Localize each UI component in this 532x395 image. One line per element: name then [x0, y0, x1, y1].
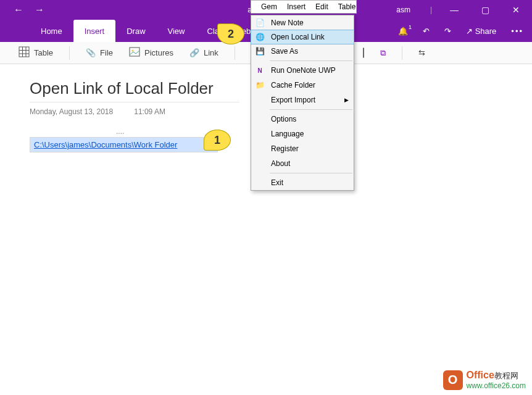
- tab-view[interactable]: View: [157, 20, 196, 42]
- ribbon-pictures[interactable]: Pictures: [129, 46, 173, 59]
- link-icon: 🔗: [189, 48, 199, 57]
- table-icon: [19, 46, 30, 59]
- menu-cache-folder[interactable]: 📁 Cache Folder: [251, 78, 354, 93]
- menu-options[interactable]: Options: [251, 112, 354, 127]
- gem-dropdown: 📄 New Note 🌐 Open Local Link 💾 Save As N…: [251, 15, 354, 191]
- gem-menu-insert[interactable]: Insert: [282, 1, 310, 12]
- share-button[interactable]: ↗ Share: [466, 27, 496, 36]
- ribbon-link[interactable]: 🔗 Link: [189, 48, 218, 57]
- separator: [69, 46, 70, 60]
- local-folder-link[interactable]: C:\Users\james\Documents\Work Folder: [30, 138, 217, 152]
- close-button[interactable]: ✕: [507, 5, 525, 15]
- menu-open-local-link[interactable]: 🌐 Open Local Link: [251, 30, 354, 44]
- menu-separator: [270, 60, 352, 61]
- maximize-button[interactable]: ▢: [476, 5, 494, 15]
- separator: [402, 46, 402, 60]
- sticker-icon[interactable]: [363, 48, 364, 57]
- gem-menu-gem[interactable]: Gem: [256, 1, 282, 12]
- menu-about[interactable]: About: [251, 156, 354, 171]
- tab-home[interactable]: Home: [30, 20, 73, 42]
- onenote-icon: N: [251, 67, 268, 74]
- page-title[interactable]: Open Link of Local Folder: [30, 79, 239, 102]
- menu-separator: [270, 109, 352, 110]
- divider: |: [430, 6, 432, 14]
- paperclip-icon: 📎: [86, 48, 96, 57]
- gem-menu-edit[interactable]: Edit: [310, 1, 333, 12]
- redo-icon[interactable]: ↷: [444, 27, 451, 36]
- menu-register[interactable]: Register: [251, 141, 354, 156]
- gem-menu-table[interactable]: Table: [333, 1, 361, 12]
- svg-rect-0: [19, 47, 29, 57]
- forward-arrow-icon[interactable]: →: [35, 4, 44, 15]
- new-note-icon: 📄: [251, 19, 268, 27]
- watermark-logo-icon: O: [443, 370, 463, 390]
- tab-insert[interactable]: Insert: [73, 20, 116, 42]
- user-name[interactable]: asm: [396, 6, 410, 14]
- equation-icon[interactable]: ⇆: [418, 48, 425, 57]
- undo-icon[interactable]: ↶: [423, 27, 430, 36]
- gem-menu-bar: Gem Insert Edit Table: [251, 0, 357, 14]
- page-date: Monday, August 13, 2018: [30, 107, 113, 116]
- minimize-button[interactable]: —: [446, 5, 463, 15]
- menu-export-import[interactable]: Export Import ▶: [251, 93, 354, 107]
- more-icon[interactable]: •••: [511, 27, 523, 36]
- menu-exit[interactable]: Exit: [251, 175, 354, 190]
- menu-separator: [270, 173, 352, 173]
- ribbon-table[interactable]: Table: [19, 46, 53, 59]
- menu-run-onenote-uwp[interactable]: N Run OneNote UWP: [251, 63, 354, 78]
- back-arrow-icon[interactable]: ←: [14, 4, 23, 15]
- separator: [235, 46, 235, 60]
- save-icon: 💾: [251, 47, 268, 56]
- globe-link-icon: 🌐: [251, 33, 268, 41]
- copy-icon[interactable]: ⧉: [380, 48, 386, 58]
- picture-icon: [129, 46, 140, 59]
- submenu-arrow-icon: ▶: [344, 97, 354, 103]
- bell-icon[interactable]: 🔔1: [398, 27, 408, 36]
- callout-1: 1: [204, 130, 231, 151]
- menu-language[interactable]: Language: [251, 127, 354, 141]
- svg-point-6: [132, 50, 134, 52]
- folder-icon: 📁: [251, 81, 268, 89]
- note-container[interactable]: C:\Users\james\Documents\Work Folder: [30, 137, 218, 152]
- watermark: O Office教程网 www.office26.com: [443, 370, 526, 390]
- ribbon-file[interactable]: 📎 File: [86, 48, 113, 57]
- page-time: 11:09 AM: [134, 107, 165, 116]
- menu-save-as[interactable]: 💾 Save As: [251, 44, 354, 59]
- menu-new-note[interactable]: 📄 New Note: [251, 15, 354, 30]
- tab-draw[interactable]: Draw: [115, 20, 156, 42]
- watermark-url: www.office26.com: [467, 381, 526, 390]
- callout-2: 2: [217, 23, 244, 44]
